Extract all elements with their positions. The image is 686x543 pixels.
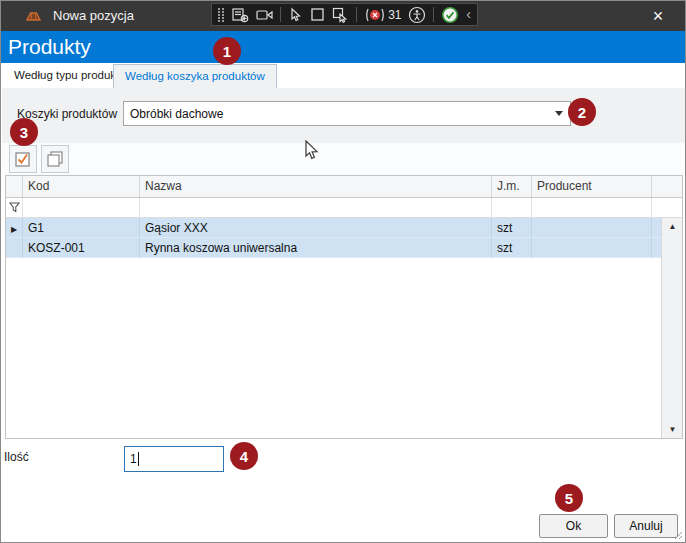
close-icon[interactable]: ×	[639, 1, 677, 31]
filter-input-producent[interactable]	[532, 198, 652, 217]
resize-grip-icon[interactable]	[673, 530, 683, 540]
annotation-badge-4: 4	[230, 442, 258, 470]
scroll-up-icon[interactable]: ▲	[662, 218, 683, 235]
annotation-badge-2: 2	[568, 98, 596, 126]
scroll-down-icon[interactable]: ▼	[662, 421, 683, 438]
grid-filter-row	[6, 198, 682, 218]
drag-handle-icon[interactable]	[218, 8, 225, 22]
ok-button[interactable]: Ok	[539, 514, 608, 538]
accessibility-icon[interactable]	[408, 6, 426, 23]
confirm-check-icon[interactable]	[441, 6, 459, 23]
toolbar-separator	[433, 7, 434, 22]
cell-nazwa[interactable]: Gąsior XXX	[140, 218, 492, 238]
grid-header-nazwa[interactable]: Nazwa	[140, 176, 492, 197]
title-bar: Nowa pozycja	[1, 1, 686, 31]
empty-boxes-icon	[46, 150, 64, 168]
grid-header-kod[interactable]: Kod	[23, 176, 140, 197]
cell-producent[interactable]	[532, 238, 652, 258]
grid-header-row: Kod Nazwa J.m. Producent	[6, 176, 682, 198]
mouse-cursor-icon	[304, 140, 320, 162]
filter-funnel-icon[interactable]	[6, 198, 23, 217]
screen-capture-toolbar: 31 ‹	[211, 3, 478, 26]
annotation-badge-1: 1	[213, 37, 241, 65]
chevron-down-icon[interactable]	[548, 111, 570, 116]
cell-kod[interactable]: KOSZ-001	[23, 238, 140, 258]
window-title: Nowa pozycja	[53, 1, 134, 31]
grid-header-indicator	[6, 176, 23, 197]
cell-producent[interactable]	[532, 218, 652, 238]
deselect-all-button[interactable]	[41, 145, 69, 173]
table-row[interactable]: KOSZ-001 Rynna koszowa uniwersalna szt	[6, 238, 682, 258]
annotation-badge-3: 3	[10, 118, 38, 146]
basket-combobox-value: Obróbki dachowe	[124, 107, 548, 121]
video-camera-icon[interactable]	[256, 6, 273, 23]
record-counter[interactable]: 31	[364, 7, 401, 23]
quantity-label: Ilość	[4, 450, 29, 464]
products-grid: Kod Nazwa J.m. Producent ▶ G1 Gąsior XXX…	[5, 175, 683, 439]
cell-jm[interactable]: szt	[492, 218, 532, 238]
table-row[interactable]: ▶ G1 Gąsior XXX szt	[6, 218, 682, 238]
toolbar-separator	[356, 7, 357, 22]
cell-jm[interactable]: szt	[492, 238, 532, 258]
cell-kod[interactable]: G1	[23, 218, 140, 238]
cursor-select-icon[interactable]	[288, 6, 303, 23]
quantity-input[interactable]: 1	[124, 446, 224, 472]
basket-combobox[interactable]: Obróbki dachowe	[123, 101, 571, 126]
filter-filler	[652, 198, 682, 217]
quantity-value: 1	[130, 452, 137, 466]
grid-header-jm[interactable]: J.m.	[492, 176, 532, 197]
new-item-dialog: Nowa pozycja	[0, 0, 686, 543]
tab-by-product-basket[interactable]: Według koszyka produktów	[113, 64, 277, 88]
cancel-button[interactable]: Anuluj	[614, 514, 678, 538]
grid-toolbar	[2, 143, 686, 175]
cursor-region-icon[interactable]	[332, 6, 349, 23]
grid-header-producent[interactable]: Producent	[532, 176, 652, 197]
select-all-button[interactable]	[9, 145, 37, 173]
grid-header-filler	[652, 176, 682, 197]
record-count-label: 31	[388, 8, 401, 22]
text-caret	[138, 452, 139, 466]
filter-input-kod[interactable]	[23, 198, 140, 217]
app-roof-icon	[25, 8, 42, 24]
row-indicator-cell	[6, 238, 23, 258]
steps-list-icon[interactable]	[232, 6, 249, 23]
page-title: Produkty	[8, 31, 91, 63]
vertical-scrollbar[interactable]: ▲ ▼	[661, 218, 682, 438]
current-row-indicator-icon: ▶	[6, 218, 23, 238]
checkbox-checked-icon	[14, 150, 32, 168]
annotation-badge-5: 5	[555, 484, 583, 512]
region-box-icon[interactable]	[310, 6, 325, 23]
collapse-chevron-icon[interactable]: ‹	[466, 6, 471, 23]
toolbar-separator	[280, 7, 281, 22]
tab-strip: Według typu produktu Według koszyka prod…	[1, 63, 686, 88]
filter-input-jm[interactable]	[492, 198, 532, 217]
cell-nazwa[interactable]: Rynna koszowa uniwersalna	[140, 238, 492, 258]
page-header: Produkty	[1, 31, 686, 63]
filter-input-nazwa[interactable]	[140, 198, 492, 217]
